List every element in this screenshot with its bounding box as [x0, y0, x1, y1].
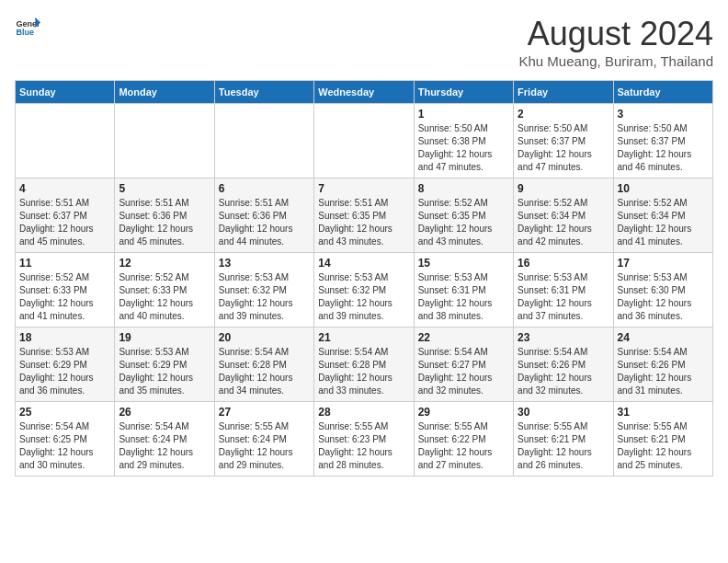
calendar-cell [314, 104, 414, 178]
logo: General Blue [15, 15, 40, 40]
calendar-cell: 10Sunrise: 5:52 AM Sunset: 6:34 PM Dayli… [613, 178, 712, 253]
calendar-cell: 9Sunrise: 5:52 AM Sunset: 6:34 PM Daylig… [514, 178, 613, 253]
day-number: 17 [618, 257, 709, 270]
title-block: August 2024 Khu Mueang, Buriram, Thailan… [518, 15, 713, 69]
logo-icon: General Blue [15, 15, 40, 40]
weekday-header-sunday: Sunday [16, 81, 115, 104]
day-info: Sunrise: 5:54 AM Sunset: 6:28 PM Dayligh… [219, 346, 310, 397]
calendar-table: SundayMondayTuesdayWednesdayThursdayFrid… [15, 80, 713, 477]
calendar-week-row: 11Sunrise: 5:52 AM Sunset: 6:33 PM Dayli… [16, 253, 713, 327]
page-header: General Blue August 2024 Khu Mueang, Bur… [15, 15, 713, 69]
day-info: Sunrise: 5:51 AM Sunset: 6:36 PM Dayligh… [119, 197, 210, 248]
calendar-cell: 1Sunrise: 5:50 AM Sunset: 6:38 PM Daylig… [414, 104, 513, 178]
calendar-cell: 6Sunrise: 5:51 AM Sunset: 6:36 PM Daylig… [214, 178, 313, 253]
svg-text:Blue: Blue [16, 28, 34, 37]
day-info: Sunrise: 5:53 AM Sunset: 6:32 PM Dayligh… [219, 271, 310, 323]
weekday-header-monday: Monday [115, 81, 214, 104]
day-info: Sunrise: 5:52 AM Sunset: 6:33 PM Dayligh… [119, 271, 210, 323]
calendar-cell: 12Sunrise: 5:52 AM Sunset: 6:33 PM Dayli… [115, 253, 214, 327]
calendar-cell: 24Sunrise: 5:54 AM Sunset: 6:26 PM Dayli… [613, 327, 712, 402]
day-info: Sunrise: 5:55 AM Sunset: 6:22 PM Dayligh… [418, 420, 509, 472]
calendar-cell [16, 104, 115, 178]
month-title: August 2024 [518, 15, 713, 53]
day-number: 3 [618, 108, 709, 121]
calendar-cell: 8Sunrise: 5:52 AM Sunset: 6:35 PM Daylig… [414, 178, 513, 253]
calendar-cell: 26Sunrise: 5:54 AM Sunset: 6:24 PM Dayli… [115, 402, 214, 477]
day-number: 15 [418, 257, 509, 270]
calendar-week-row: 4Sunrise: 5:51 AM Sunset: 6:37 PM Daylig… [16, 178, 713, 253]
calendar-cell: 7Sunrise: 5:51 AM Sunset: 6:35 PM Daylig… [314, 178, 414, 253]
calendar-cell: 31Sunrise: 5:55 AM Sunset: 6:21 PM Dayli… [613, 402, 712, 477]
day-info: Sunrise: 5:54 AM Sunset: 6:24 PM Dayligh… [119, 420, 210, 472]
day-info: Sunrise: 5:53 AM Sunset: 6:31 PM Dayligh… [418, 271, 509, 323]
day-number: 8 [418, 182, 509, 195]
day-number: 29 [418, 406, 509, 419]
day-info: Sunrise: 5:52 AM Sunset: 6:33 PM Dayligh… [19, 271, 110, 323]
calendar-cell: 21Sunrise: 5:54 AM Sunset: 6:28 PM Dayli… [314, 327, 414, 402]
day-number: 4 [19, 182, 110, 195]
day-number: 25 [19, 406, 110, 419]
weekday-header-row: SundayMondayTuesdayWednesdayThursdayFrid… [16, 81, 713, 104]
calendar-cell: 2Sunrise: 5:50 AM Sunset: 6:37 PM Daylig… [514, 104, 613, 178]
day-info: Sunrise: 5:53 AM Sunset: 6:30 PM Dayligh… [618, 271, 709, 323]
calendar-week-row: 18Sunrise: 5:53 AM Sunset: 6:29 PM Dayli… [16, 327, 713, 402]
day-info: Sunrise: 5:54 AM Sunset: 6:28 PM Dayligh… [318, 346, 409, 397]
day-number: 2 [518, 108, 609, 121]
day-number: 24 [618, 331, 709, 344]
calendar-cell: 16Sunrise: 5:53 AM Sunset: 6:31 PM Dayli… [514, 253, 613, 327]
calendar-cell: 30Sunrise: 5:55 AM Sunset: 6:21 PM Dayli… [514, 402, 613, 477]
day-number: 30 [518, 406, 609, 419]
day-number: 7 [318, 182, 409, 195]
day-number: 27 [219, 406, 310, 419]
day-number: 9 [518, 182, 609, 195]
weekday-header-tuesday: Tuesday [214, 81, 313, 104]
day-info: Sunrise: 5:53 AM Sunset: 6:32 PM Dayligh… [318, 271, 409, 323]
weekday-header-friday: Friday [514, 81, 613, 104]
day-info: Sunrise: 5:55 AM Sunset: 6:24 PM Dayligh… [219, 420, 310, 472]
day-number: 23 [518, 331, 609, 344]
calendar-cell: 14Sunrise: 5:53 AM Sunset: 6:32 PM Dayli… [314, 253, 414, 327]
day-number: 16 [518, 257, 609, 270]
day-info: Sunrise: 5:55 AM Sunset: 6:21 PM Dayligh… [618, 420, 709, 472]
location-title: Khu Mueang, Buriram, Thailand [518, 53, 713, 69]
calendar-cell: 20Sunrise: 5:54 AM Sunset: 6:28 PM Dayli… [214, 327, 313, 402]
day-info: Sunrise: 5:55 AM Sunset: 6:21 PM Dayligh… [518, 420, 609, 472]
day-number: 19 [119, 331, 210, 344]
day-info: Sunrise: 5:53 AM Sunset: 6:29 PM Dayligh… [119, 346, 210, 397]
day-number: 22 [418, 331, 509, 344]
day-info: Sunrise: 5:54 AM Sunset: 6:26 PM Dayligh… [518, 346, 609, 397]
day-info: Sunrise: 5:50 AM Sunset: 6:38 PM Dayligh… [418, 122, 509, 174]
calendar-cell: 25Sunrise: 5:54 AM Sunset: 6:25 PM Dayli… [16, 402, 115, 477]
calendar-cell: 15Sunrise: 5:53 AM Sunset: 6:31 PM Dayli… [414, 253, 513, 327]
calendar-week-row: 1Sunrise: 5:50 AM Sunset: 6:38 PM Daylig… [16, 104, 713, 178]
day-info: Sunrise: 5:54 AM Sunset: 6:25 PM Dayligh… [19, 420, 110, 472]
day-info: Sunrise: 5:50 AM Sunset: 6:37 PM Dayligh… [618, 122, 709, 174]
day-number: 26 [119, 406, 210, 419]
day-info: Sunrise: 5:51 AM Sunset: 6:35 PM Dayligh… [318, 197, 409, 248]
calendar-week-row: 25Sunrise: 5:54 AM Sunset: 6:25 PM Dayli… [16, 402, 713, 477]
day-info: Sunrise: 5:53 AM Sunset: 6:31 PM Dayligh… [518, 271, 609, 323]
day-info: Sunrise: 5:52 AM Sunset: 6:34 PM Dayligh… [618, 197, 709, 248]
calendar-cell: 17Sunrise: 5:53 AM Sunset: 6:30 PM Dayli… [613, 253, 712, 327]
day-number: 5 [119, 182, 210, 195]
calendar-cell: 13Sunrise: 5:53 AM Sunset: 6:32 PM Dayli… [214, 253, 313, 327]
day-info: Sunrise: 5:54 AM Sunset: 6:27 PM Dayligh… [418, 346, 509, 397]
calendar-cell [115, 104, 214, 178]
calendar-cell [214, 104, 313, 178]
day-info: Sunrise: 5:51 AM Sunset: 6:36 PM Dayligh… [219, 197, 310, 248]
weekday-header-wednesday: Wednesday [314, 81, 414, 104]
day-number: 20 [219, 331, 310, 344]
day-number: 13 [219, 257, 310, 270]
calendar-cell: 3Sunrise: 5:50 AM Sunset: 6:37 PM Daylig… [613, 104, 712, 178]
day-info: Sunrise: 5:54 AM Sunset: 6:26 PM Dayligh… [618, 346, 709, 397]
calendar-cell: 29Sunrise: 5:55 AM Sunset: 6:22 PM Dayli… [414, 402, 513, 477]
weekday-header-thursday: Thursday [414, 81, 513, 104]
day-number: 10 [618, 182, 709, 195]
calendar-cell: 22Sunrise: 5:54 AM Sunset: 6:27 PM Dayli… [414, 327, 513, 402]
day-number: 6 [219, 182, 310, 195]
day-info: Sunrise: 5:52 AM Sunset: 6:34 PM Dayligh… [518, 197, 609, 248]
day-number: 21 [318, 331, 409, 344]
calendar-cell: 5Sunrise: 5:51 AM Sunset: 6:36 PM Daylig… [115, 178, 214, 253]
calendar-cell: 11Sunrise: 5:52 AM Sunset: 6:33 PM Dayli… [16, 253, 115, 327]
calendar-cell: 18Sunrise: 5:53 AM Sunset: 6:29 PM Dayli… [16, 327, 115, 402]
